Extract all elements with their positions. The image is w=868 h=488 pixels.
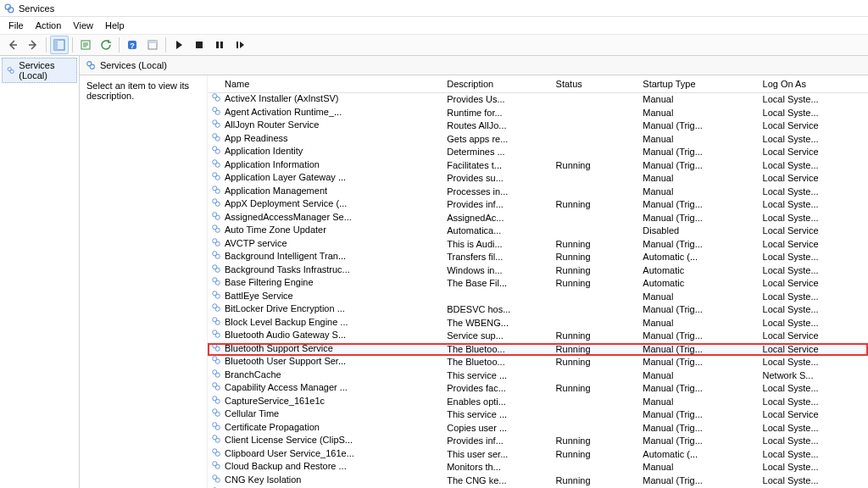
table-row[interactable]: CaptureService_161e1cEnables opti...Manu… (208, 396, 868, 409)
table-row[interactable]: Agent Activation Runtime_...Runtime for.… (208, 107, 868, 120)
table-row[interactable]: Capability Access Manager ...Provides fa… (208, 382, 868, 396)
table-row[interactable]: BattlEye ServiceManualLocal Syste... (208, 291, 868, 304)
table-row[interactable]: AllJoyn Router ServiceRoutes AllJo...Man… (208, 119, 868, 133)
service-desc-cell: Processes in... (443, 186, 552, 199)
table-row[interactable]: App ReadinessGets apps re...ManualLocal … (208, 133, 868, 147)
table-row[interactable]: AppX Deployment Service (...Provides inf… (208, 198, 868, 212)
table-row[interactable]: Bluetooth Support ServiceThe Bluetoo...R… (208, 343, 868, 357)
service-name-cell[interactable]: Background Tasks Infrastruc... (208, 264, 443, 276)
service-name-cell[interactable]: CNG Key Isolation (208, 474, 443, 486)
table-row[interactable]: AssignedAccessManager Se...AssignedAc...… (208, 212, 868, 225)
service-logon-cell: Local Syste... (760, 422, 868, 435)
menu-file[interactable]: File (3, 19, 29, 32)
table-row[interactable]: Block Level Backup Engine ...The WBENG..… (208, 317, 868, 330)
table-row[interactable]: Auto Time Zone UpdaterAutomatica...Disab… (208, 225, 868, 238)
svg-point-58 (215, 359, 220, 363)
export-list-button[interactable] (76, 36, 95, 54)
col-logon[interactable]: Log On As (760, 75, 868, 93)
table-row[interactable]: Bluetooth Audio Gateway S...Service sup.… (208, 330, 868, 343)
table-row[interactable]: Background Intelligent Tran...Transfers … (208, 251, 868, 264)
table-row[interactable]: Base Filtering EngineThe Base Fil...Runn… (208, 277, 868, 291)
service-name-cell[interactable]: AppX Deployment Service (... (208, 198, 443, 210)
table-row[interactable]: Client License Service (ClipS...Provides… (208, 435, 868, 448)
col-description[interactable]: Description (443, 75, 552, 93)
stop-service-button[interactable] (190, 36, 209, 54)
col-startup[interactable]: Startup Type (639, 75, 759, 93)
service-name-cell[interactable]: BranchCache (208, 369, 443, 381)
service-gear-icon (211, 172, 221, 184)
service-name-cell[interactable]: Application Management (208, 186, 443, 197)
svg-rect-12 (236, 42, 238, 48)
table-row[interactable]: CNG Key IsolationThe CNG ke...RunningMan… (208, 474, 868, 488)
services-list-pane[interactable]: Name Description Status Startup Type Log… (207, 75, 868, 488)
table-row[interactable]: Application InformationFacilitates t...R… (208, 159, 868, 173)
restart-service-button[interactable] (231, 36, 249, 54)
service-name-cell[interactable]: Base Filtering Engine (208, 277, 443, 289)
table-row[interactable]: Application Layer Gateway ...Provides su… (208, 172, 868, 186)
tree-root-services-local[interactable]: Services (Local) (2, 58, 77, 83)
service-name-cell[interactable]: Clipboard User Service_161e... (208, 448, 443, 460)
service-name-cell[interactable]: App Readiness (208, 133, 443, 145)
service-name-cell[interactable]: Bluetooth User Support Ser... (208, 356, 443, 368)
service-gear-icon (211, 119, 221, 131)
service-name-cell[interactable]: Client License Service (ClipS... (208, 435, 443, 446)
table-row[interactable]: BitLocker Drive Encryption ...BDESVC hos… (208, 303, 868, 317)
menu-action[interactable]: Action (31, 19, 67, 32)
table-row[interactable]: Cloud Backup and Restore ...Monitors th.… (208, 461, 868, 474)
service-name-cell[interactable]: Bluetooth Audio Gateway S... (208, 330, 443, 341)
col-status[interactable]: Status (553, 75, 640, 93)
tree-root-label: Services (Local) (19, 60, 73, 80)
service-status-cell (553, 369, 640, 383)
service-name-cell[interactable]: Application Identity (208, 146, 443, 158)
table-row[interactable]: ActiveX Installer (AxInstSV)Provides Us.… (208, 93, 868, 107)
service-startup-cell: Manual (639, 93, 759, 107)
properties-button[interactable] (143, 36, 162, 54)
service-name-cell[interactable]: Application Information (208, 159, 443, 171)
menu-help[interactable]: Help (100, 19, 130, 32)
help-button[interactable]: ? (123, 36, 142, 54)
service-name-cell[interactable]: Block Level Backup Engine ... (208, 317, 443, 329)
service-name-cell[interactable]: CaptureService_161e1c (208, 396, 443, 408)
table-row[interactable]: Clipboard User Service_161e...This user … (208, 448, 868, 462)
forward-button[interactable] (24, 36, 42, 54)
service-name-cell[interactable]: Background Intelligent Tran... (208, 251, 443, 263)
service-name-cell[interactable]: AllJoyn Router Service (208, 119, 443, 131)
service-name-cell[interactable]: AVCTP service (208, 238, 443, 250)
svg-point-20 (215, 110, 220, 114)
service-name-cell[interactable]: Agent Activation Runtime_... (208, 107, 443, 119)
table-row[interactable]: BranchCacheThis service ...ManualNetwork… (208, 369, 868, 383)
refresh-button[interactable] (97, 36, 115, 54)
service-name-cell[interactable]: Auto Time Zone Updater (208, 225, 443, 236)
service-name-cell[interactable]: Bluetooth Support Service (208, 343, 443, 355)
service-desc-cell: The Base Fil... (443, 277, 552, 291)
start-service-button[interactable] (170, 36, 188, 54)
col-name[interactable]: Name (208, 75, 443, 93)
svg-point-72 (215, 452, 220, 456)
service-name-cell[interactable]: Application Layer Gateway ... (208, 172, 443, 184)
service-name-cell[interactable]: Cloud Backup and Restore ... (208, 461, 443, 473)
pause-service-button[interactable] (210, 36, 229, 54)
service-name-cell[interactable]: Cellular Time (208, 408, 443, 420)
service-gear-icon (211, 461, 221, 473)
service-name-label: AllJoyn Router Service (225, 119, 319, 131)
service-name-cell[interactable]: Capability Access Manager ... (208, 382, 443, 394)
table-row[interactable]: Cellular TimeThis service ...Manual (Tri… (208, 408, 868, 422)
service-name-cell[interactable]: ActiveX Installer (AxInstSV) (208, 93, 443, 105)
service-name-cell[interactable]: BitLocker Drive Encryption ... (208, 303, 443, 315)
service-status-cell (553, 303, 640, 317)
service-name-cell[interactable]: BattlEye Service (208, 291, 443, 302)
service-startup-cell: Manual (Trig... (639, 382, 759, 396)
table-row[interactable]: AVCTP serviceThis is Audi...RunningManua… (208, 238, 868, 252)
show-hide-tree-button[interactable] (50, 36, 69, 54)
table-row[interactable]: Background Tasks Infrastruc...Windows in… (208, 264, 868, 278)
table-row[interactable]: Application ManagementProcesses in...Man… (208, 186, 868, 199)
table-row[interactable]: Application IdentityDetermines ...Manual… (208, 146, 868, 159)
table-row[interactable]: Bluetooth User Support Ser...The Bluetoo… (208, 356, 868, 369)
menu-view[interactable]: View (68, 19, 98, 32)
back-button[interactable] (3, 36, 22, 54)
service-desc-cell: Provides Us... (443, 93, 552, 107)
service-desc-cell: Facilitates t... (443, 159, 552, 173)
service-name-cell[interactable]: Certificate Propagation (208, 422, 443, 434)
table-row[interactable]: Certificate PropagationCopies user ...Ma… (208, 422, 868, 435)
service-name-cell[interactable]: AssignedAccessManager Se... (208, 212, 443, 224)
